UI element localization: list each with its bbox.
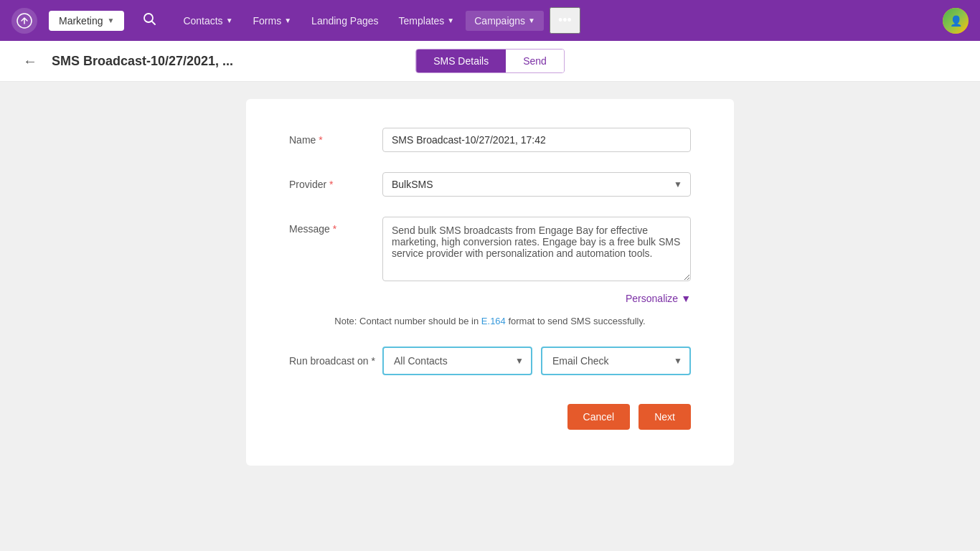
nav-item-campaigns[interactable]: Campaigns ▼ <box>466 11 544 31</box>
svg-line-2 <box>152 22 155 24</box>
svg-point-1 <box>144 14 153 22</box>
nav-item-forms[interactable]: Forms ▼ <box>245 11 301 31</box>
top-navigation: Marketing ▼ Contacts ▼ Forms ▼ Landing P… <box>0 0 980 41</box>
broadcast-required-indicator: * <box>371 355 374 367</box>
forms-chevron-icon: ▼ <box>284 17 291 24</box>
page-title: SMS Broadcast-10/27/2021, ... <box>52 54 233 69</box>
action-row: Cancel Next <box>289 404 691 430</box>
message-row: Message * Send bulk SMS broadcasts from … <box>289 217 691 284</box>
provider-required-indicator: * <box>329 179 333 190</box>
broadcast-label: Run broadcast on * <box>289 355 382 367</box>
marketing-chevron-icon: ▼ <box>107 17 114 24</box>
message-required-indicator: * <box>333 223 336 235</box>
message-textarea[interactable]: Send bulk SMS broadcasts from Engage Bay… <box>382 217 691 281</box>
app-logo[interactable] <box>11 8 37 34</box>
e164-link[interactable]: E.164 <box>481 316 506 326</box>
nav-item-landing-pages[interactable]: Landing Pages <box>303 11 387 31</box>
main-content: Name * Provider * BulkSMS Twilio Nexmo ▼ <box>0 82 980 551</box>
note-row: Note: Contact number should be in E.164 … <box>289 316 691 326</box>
all-contacts-select[interactable]: All Contacts Specific Contacts Segments <box>382 347 532 375</box>
name-required-indicator: * <box>319 134 322 146</box>
email-check-select-wrapper: Email Check No Check Custom ▼ <box>541 347 691 375</box>
nav-item-contacts[interactable]: Contacts ▼ <box>174 11 241 31</box>
message-field-wrapper: Send bulk SMS broadcasts from Engage Bay… <box>382 217 691 284</box>
email-check-select[interactable]: Email Check No Check Custom <box>541 347 691 375</box>
provider-select[interactable]: BulkSMS Twilio Nexmo <box>382 172 691 197</box>
page-header: ← SMS Broadcast-10/27/2021, ... SMS Deta… <box>0 41 980 82</box>
personalize-chevron-icon: ▼ <box>681 293 691 304</box>
next-button[interactable]: Next <box>639 404 691 430</box>
user-avatar[interactable]: 👤 <box>943 8 969 34</box>
marketing-dropdown-button[interactable]: Marketing ▼ <box>49 11 124 31</box>
personalize-button[interactable]: Personalize ▼ <box>626 293 691 304</box>
note-text: Note: Contact number should be in E.164 … <box>334 316 645 326</box>
form-card: Name * Provider * BulkSMS Twilio Nexmo ▼ <box>246 99 734 466</box>
marketing-label: Marketing <box>59 15 103 27</box>
contacts-chevron-icon: ▼ <box>226 17 233 24</box>
cancel-button[interactable]: Cancel <box>567 404 631 430</box>
name-field-wrapper <box>382 128 691 152</box>
templates-chevron-icon: ▼ <box>447 17 454 24</box>
tab-sms-details[interactable]: SMS Details <box>416 50 506 72</box>
name-label: Name * <box>289 128 382 146</box>
more-options-button[interactable]: ••• <box>550 7 580 34</box>
back-button[interactable]: ← <box>17 50 43 72</box>
message-label: Message * <box>289 217 382 235</box>
search-button[interactable] <box>136 8 163 33</box>
avatar-image: 👤 <box>943 8 969 34</box>
broadcast-row: Run broadcast on * All Contacts Specific… <box>289 347 691 375</box>
name-input[interactable] <box>382 128 691 152</box>
tab-send[interactable]: Send <box>506 50 564 72</box>
provider-select-wrapper: BulkSMS Twilio Nexmo ▼ <box>382 172 691 197</box>
broadcast-selects: All Contacts Specific Contacts Segments … <box>382 347 691 375</box>
page-tabs: SMS Details Send <box>415 49 565 73</box>
provider-label: Provider * <box>289 172 382 190</box>
name-row: Name * <box>289 128 691 152</box>
contacts-select-wrapper: All Contacts Specific Contacts Segments … <box>382 347 532 375</box>
nav-item-templates[interactable]: Templates ▼ <box>390 11 463 31</box>
provider-row: Provider * BulkSMS Twilio Nexmo ▼ <box>289 172 691 197</box>
personalize-row: Personalize ▼ <box>289 293 691 304</box>
nav-items: Contacts ▼ Forms ▼ Landing Pages Templat… <box>174 11 544 31</box>
campaigns-chevron-icon: ▼ <box>528 17 535 24</box>
